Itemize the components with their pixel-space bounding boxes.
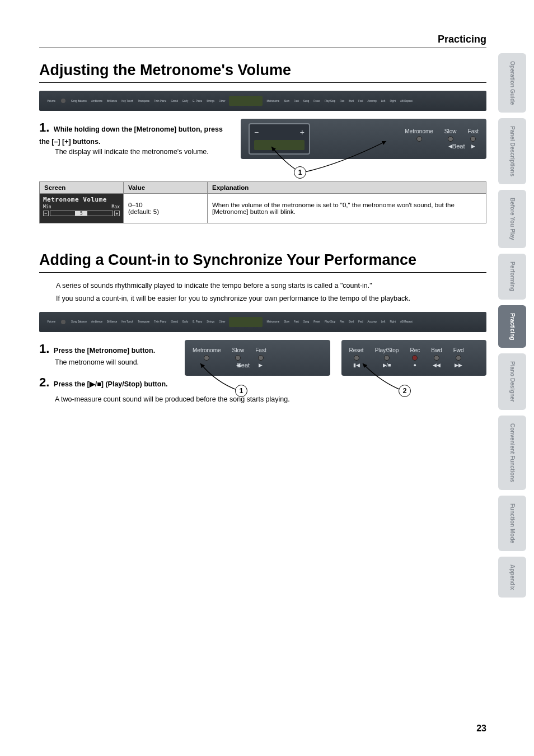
rec-button[interactable]: Rec ● — [410, 347, 420, 368]
s2-step2-bold-b: ] (Play/Stop) button. — [101, 380, 168, 388]
page-header: Practicing — [39, 34, 486, 48]
ps-keytouch: Key Touch — [121, 100, 133, 102]
s2-panel-a: Metronome Slow ◀ Fast ▶ — [185, 340, 330, 376]
ps-accomp: Accomp — [368, 100, 377, 102]
s1-step1-bold: While holding down the [Metronome] butto… — [39, 125, 223, 146]
lcd-sim: Metronome Volume Min Max − 5 + — [40, 194, 123, 223]
ps-fwd: Fwd — [358, 100, 363, 102]
s1-step1-body: The display will indicate the metronome'… — [55, 147, 224, 157]
ps-rec: Rec — [340, 100, 344, 102]
metronome-button[interactable]: Metronome — [405, 128, 433, 149]
side-tabs: Operation Guide Panel Descriptions Befor… — [498, 53, 526, 598]
ps-grand: Grand — [171, 100, 178, 102]
tab-piano-designer[interactable]: Piano Designer — [498, 353, 526, 410]
s2-step1-bold: Press the [Metronome] button. — [54, 347, 155, 354]
ps-repeat: AB Repeat — [400, 100, 413, 102]
panel-strip-1: Volume Song Balance Ambience Brilliance … — [39, 91, 486, 111]
callout-1b: 1 — [235, 385, 247, 397]
s2-step2-num: 2. — [39, 374, 49, 391]
lcd-max: Max — [112, 204, 120, 209]
lcd-val: 5 — [75, 211, 87, 216]
section1-title: Adjusting the Metronome's Volume — [39, 62, 486, 83]
tab-panel-descriptions[interactable]: Panel Descriptions — [498, 118, 526, 184]
tab-before-you-play[interactable]: Before You Play — [498, 190, 526, 248]
s1-step1: 1. While holding down the [Metronome] bu… — [39, 119, 224, 147]
tab-practicing[interactable]: Practicing — [498, 305, 526, 348]
section2-title: Adding a Count-in to Synchronize Your Pe… — [39, 251, 486, 273]
tab-convenient-functions[interactable]: Convenient Functions — [498, 416, 526, 490]
ps-early: Early — [182, 100, 188, 102]
reset-button[interactable]: Reset ▮◀ — [349, 347, 364, 368]
fast-button[interactable]: Fast ▶ — [468, 128, 479, 149]
page-number: 23 — [476, 724, 486, 734]
ps-twinpiano: Twin Piano — [154, 100, 166, 102]
ps-metronome: Metronome — [266, 100, 279, 102]
lcd-title: Metronome Volume — [43, 196, 120, 203]
mini-lcd — [254, 140, 305, 150]
ps-volume: Volume — [47, 100, 55, 102]
display-zoom: − + — [249, 123, 310, 155]
header-section: Practicing — [438, 34, 486, 45]
metronome-group: Metronome Slow ◀ Fast ▶ — [405, 128, 479, 150]
s2-step2-bold-a: Press the [ — [54, 380, 90, 388]
ps-brilliance: Brilliance — [107, 100, 117, 102]
metronome-button-2[interactable]: Metronome — [193, 347, 221, 368]
ps-epiano: E. Piano — [193, 100, 202, 102]
lcd-plus-icon: + — [114, 211, 120, 216]
minus-label: − — [254, 128, 259, 137]
playstop-button[interactable]: Play/Stop ▶/■ — [375, 347, 399, 368]
s2-intro2: If you sound a count-in, it will be easi… — [56, 293, 486, 304]
plus-label: + — [300, 128, 305, 137]
ps-fast: Fast — [294, 100, 299, 102]
s2-step1-body: The metronome will sound. — [55, 357, 168, 367]
ps-lcd — [229, 96, 263, 106]
td-explanation: When the volume of the metronome is set … — [208, 194, 486, 223]
ps-song: Song — [303, 100, 310, 102]
ps-ambience: Ambience — [91, 100, 102, 102]
tab-operation-guide[interactable]: Operation Guide — [498, 53, 526, 113]
ps-slow: Slow — [284, 100, 289, 102]
ps-reset: Reset — [313, 100, 320, 102]
th-explanation: Explanation — [208, 182, 486, 194]
td-value: 0–10 (default: 5) — [124, 194, 208, 223]
callout-2: 2 — [399, 385, 411, 397]
lcd-min: Min — [43, 204, 51, 209]
lcd-minus-icon: − — [43, 211, 49, 216]
s2-panel-b: Reset ▮◀ Play/Stop ▶/■ Rec ● — [341, 340, 487, 376]
tab-appendix[interactable]: Appendix — [498, 557, 526, 598]
th-screen: Screen — [40, 182, 124, 194]
ps-other: Other — [219, 100, 225, 102]
play-stop-icon: ▶/■ — [90, 379, 101, 389]
s2-step1-num: 1. — [39, 340, 49, 358]
s1-step1-num: 1. — [39, 119, 49, 137]
s1-detail-panel: − + Metronome Slow — [241, 119, 486, 159]
bwd-button[interactable]: Bwd ◀◀ — [431, 347, 442, 368]
panel-strip-2: Volume Song Balance Ambience Brilliance … — [39, 312, 486, 332]
fast-button-2[interactable]: Fast ▶ — [255, 347, 266, 368]
ps-right: Right — [390, 100, 396, 102]
fwd-button[interactable]: Fwd ▶▶ — [453, 347, 464, 368]
s2-step1: 1. Press the [Metronome] button. — [39, 340, 168, 358]
s2-intro1: A series of sounds rhythmically played t… — [56, 281, 486, 291]
s2-step2: 2. Press the [▶/■] (Play/Stop) button. — [39, 374, 168, 391]
th-value: Value — [124, 182, 208, 194]
tab-function-mode[interactable]: Function Mode — [498, 496, 526, 551]
ps-song-balance: Song Balance — [71, 100, 87, 102]
ps-strings: Strings — [207, 100, 214, 102]
ps-bwd: Bwd — [349, 100, 354, 102]
ps-playstop: Play/Stop — [325, 100, 335, 102]
callout-1: 1 — [294, 166, 306, 179]
s2-step2-body: A two-measure count sound will be produc… — [55, 394, 486, 404]
beat-label: Beat — [452, 143, 465, 150]
ps-left: Left — [381, 100, 386, 102]
tab-performing[interactable]: Performing — [498, 254, 526, 299]
ps-transpose: Transpose — [138, 100, 149, 102]
spec-table: Screen Value Explanation Metronome Volum… — [39, 181, 486, 223]
